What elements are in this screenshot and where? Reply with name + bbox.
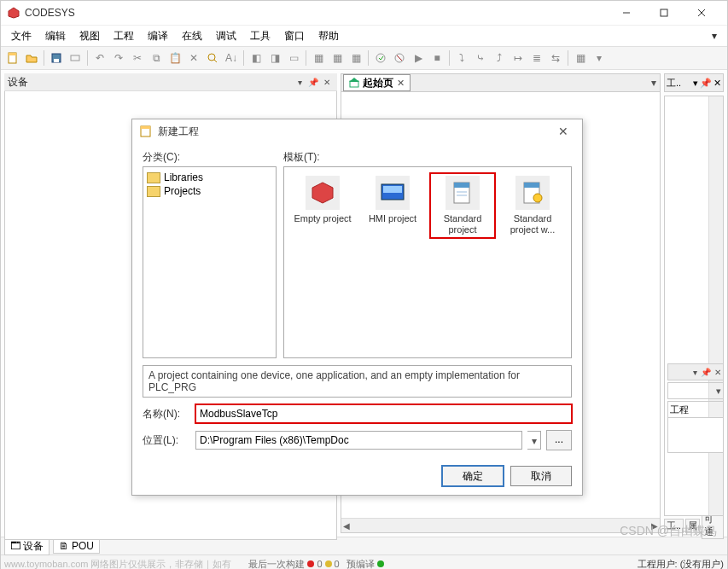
redo-icon[interactable]: ↷ xyxy=(110,49,127,67)
categories-list[interactable]: Libraries Projects xyxy=(143,166,277,358)
menu-build[interactable]: 编译 xyxy=(141,27,175,45)
location-dropdown-icon[interactable]: ▾ xyxy=(527,431,541,450)
stop-icon[interactable]: ■ xyxy=(428,49,446,67)
template-standard-w-label: Standard project w... xyxy=(503,213,562,235)
template-standard-project-wizard[interactable]: Standard project w... xyxy=(501,174,564,237)
template-hmi-project[interactable]: HMI project xyxy=(361,174,424,226)
menu-help[interactable]: 帮助 xyxy=(312,27,346,45)
start-icon[interactable]: ▶ xyxy=(410,49,427,67)
step-over-icon[interactable]: ⤵ xyxy=(453,49,470,67)
tab-close-icon[interactable]: ✕ xyxy=(397,78,405,89)
minimize-button[interactable] xyxy=(608,1,645,25)
toggle-bp-icon[interactable]: ◧ xyxy=(248,49,265,67)
menu-overflow-icon[interactable]: ▾ xyxy=(705,30,724,42)
cut-icon[interactable]: ✂ xyxy=(129,49,146,67)
status-user: 工程用户: (没有用户) xyxy=(638,558,724,570)
toolbox-dropdown-icon[interactable]: ▾ xyxy=(693,78,698,89)
main-toolbar: ↶ ↷ ✂ ⧉ 📋 ✕ A↓ ◧ ◨ ▭ ▦ ▦ ▦ ▶ ■ ⤵ ⤷ ⤴ ↦ ≣… xyxy=(1,46,727,70)
tb-a-icon[interactable]: ▦ xyxy=(310,49,327,67)
menu-tools[interactable]: 工具 xyxy=(243,27,277,45)
new-icon[interactable] xyxy=(4,49,21,67)
svg-point-12 xyxy=(376,54,385,62)
menu-view[interactable]: 视图 xyxy=(73,27,107,45)
menu-window[interactable]: 窗口 xyxy=(277,27,312,45)
maximize-button[interactable] xyxy=(645,1,683,25)
logout-icon[interactable] xyxy=(391,49,408,67)
panel-pin-icon[interactable]: 📌 xyxy=(306,75,320,89)
ok-dot-icon xyxy=(377,560,384,567)
run-to-icon[interactable]: ↦ xyxy=(510,49,527,67)
templates-list: Empty project HMI project Standard proje… xyxy=(283,166,572,358)
svg-marker-0 xyxy=(9,8,19,18)
messages-dropdown-icon[interactable]: ▾ xyxy=(693,368,697,377)
panel-dropdown-icon[interactable]: ▾ xyxy=(293,75,306,89)
editor-hscrollbar[interactable]: ◀▶ xyxy=(341,518,660,532)
tb-c-icon[interactable]: ▦ xyxy=(347,49,364,67)
cancel-button[interactable]: 取消 xyxy=(510,466,572,486)
location-input[interactable] xyxy=(195,431,522,450)
misc1-icon[interactable]: ≣ xyxy=(528,49,545,67)
tab-startpage-label: 起始页 xyxy=(363,76,393,90)
dialog-titlebar: 新建工程 ✕ xyxy=(132,119,582,143)
status-precompile: 预编译 xyxy=(347,558,384,570)
messages-combo[interactable]: ▾ xyxy=(667,382,724,399)
status-lastbuild-label: 最后一次构建 xyxy=(248,558,305,570)
template-empty-project[interactable]: Empty project xyxy=(291,174,354,226)
findnext-icon[interactable]: A↓ xyxy=(223,49,240,67)
messages-pin-icon[interactable]: 📌 xyxy=(701,368,711,377)
panel-close-icon[interactable]: ✕ xyxy=(320,75,334,89)
svg-line-14 xyxy=(397,55,402,61)
category-libraries[interactable]: Libraries xyxy=(147,171,272,184)
undo-icon[interactable]: ↶ xyxy=(91,49,108,67)
toolbox-header: 工.. ▾ 📌 ✕ xyxy=(664,73,724,92)
messages-close-icon[interactable]: ✕ xyxy=(714,368,721,377)
step-out-icon[interactable]: ⤴ xyxy=(491,49,508,67)
step-into-icon[interactable]: ⤷ xyxy=(472,49,489,67)
svg-rect-23 xyxy=(454,183,469,188)
svg-marker-16 xyxy=(349,78,359,82)
templates-label: 模板(T): xyxy=(283,150,572,165)
bottom-tab-devices-label: 设备 xyxy=(23,539,44,554)
dialog-close-icon[interactable]: ✕ xyxy=(551,125,575,138)
copy-icon[interactable]: ⧉ xyxy=(148,49,165,67)
status-warn-count: 0 xyxy=(335,559,340,569)
toggle-bp2-icon[interactable]: ◨ xyxy=(266,49,283,67)
frame-icon[interactable]: ▭ xyxy=(285,49,302,67)
menu-edit[interactable]: 编辑 xyxy=(38,27,73,45)
misc2-icon[interactable]: ⇆ xyxy=(547,49,564,67)
titlebar: CODESYS xyxy=(1,1,727,26)
error-dot-icon xyxy=(307,560,314,567)
bottom-tab-pou[interactable]: 🗎 POU xyxy=(53,538,100,554)
open-icon[interactable] xyxy=(23,49,40,67)
tabstrip-dropdown-icon[interactable]: ▾ xyxy=(648,77,660,89)
menu-project[interactable]: 工程 xyxy=(107,27,141,45)
svg-point-10 xyxy=(208,54,215,61)
menu-online[interactable]: 在线 xyxy=(175,27,209,45)
toolbox-close-icon[interactable]: ✕ xyxy=(713,78,721,89)
toolbox-pin-icon[interactable]: 📌 xyxy=(700,78,712,89)
save-icon[interactable] xyxy=(48,49,65,67)
messages-col-project[interactable]: 工程 xyxy=(667,401,724,418)
category-projects[interactable]: Projects xyxy=(147,184,272,198)
delete-icon[interactable]: ✕ xyxy=(185,49,202,67)
name-input[interactable] xyxy=(195,404,572,423)
menu-file[interactable]: 文件 xyxy=(4,27,38,45)
close-button[interactable] xyxy=(683,1,720,25)
chevron-down-icon[interactable]: ▾ xyxy=(591,49,608,67)
login-icon[interactable] xyxy=(372,49,389,67)
browse-button[interactable]: ... xyxy=(546,430,572,450)
svg-rect-9 xyxy=(71,55,79,61)
template-description: A project containing one device, one app… xyxy=(143,365,572,398)
template-standard-icon xyxy=(446,176,480,210)
template-standard-project[interactable]: Standard project xyxy=(431,174,494,237)
misc3-icon[interactable]: ▦ xyxy=(572,49,589,67)
tb-b-icon[interactable]: ▦ xyxy=(329,49,346,67)
app-window: CODESYS 文件 编辑 视图 工程 编译 在线 调试 工具 窗口 帮助 ▾ … xyxy=(0,0,728,569)
print-icon[interactable] xyxy=(67,49,84,67)
menu-debug[interactable]: 调试 xyxy=(209,27,243,45)
ok-button[interactable]: 确定 xyxy=(442,466,504,486)
category-projects-label: Projects xyxy=(164,185,201,197)
find-icon[interactable] xyxy=(204,49,221,67)
paste-icon[interactable]: 📋 xyxy=(166,49,183,67)
tab-startpage[interactable]: 起始页 ✕ xyxy=(343,74,411,91)
